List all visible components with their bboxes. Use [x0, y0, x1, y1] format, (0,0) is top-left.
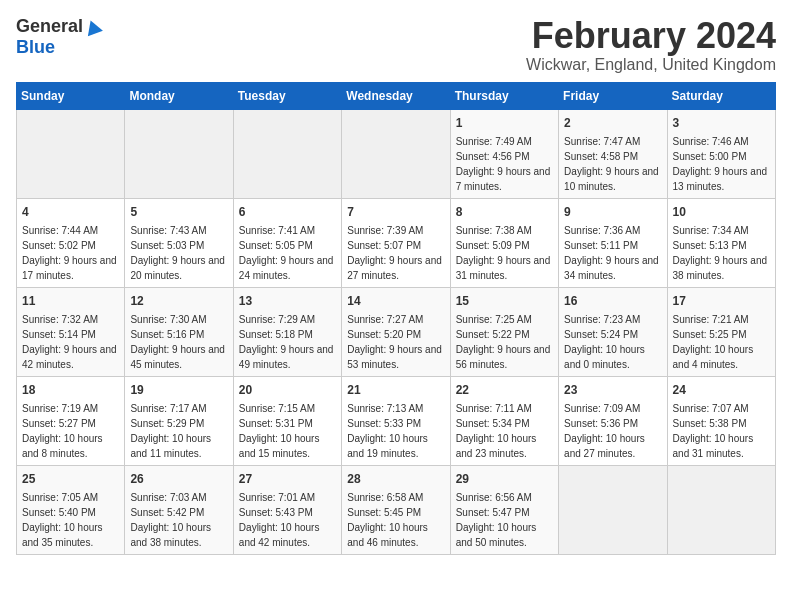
column-header-tuesday: Tuesday: [233, 82, 341, 109]
calendar-cell: 8Sunrise: 7:38 AMSunset: 5:09 PMDaylight…: [450, 198, 558, 287]
column-header-wednesday: Wednesday: [342, 82, 450, 109]
day-info: Sunrise: 7:34 AMSunset: 5:13 PMDaylight:…: [673, 223, 770, 283]
day-number: 18: [22, 381, 119, 399]
day-info: Sunrise: 7:30 AMSunset: 5:16 PMDaylight:…: [130, 312, 227, 372]
day-info: Sunrise: 7:32 AMSunset: 5:14 PMDaylight:…: [22, 312, 119, 372]
calendar-cell: 4Sunrise: 7:44 AMSunset: 5:02 PMDaylight…: [17, 198, 125, 287]
day-number: 4: [22, 203, 119, 221]
day-info: Sunrise: 7:46 AMSunset: 5:00 PMDaylight:…: [673, 134, 770, 194]
day-number: 12: [130, 292, 227, 310]
column-header-thursday: Thursday: [450, 82, 558, 109]
day-info: Sunrise: 7:44 AMSunset: 5:02 PMDaylight:…: [22, 223, 119, 283]
calendar-cell: 1Sunrise: 7:49 AMSunset: 4:56 PMDaylight…: [450, 109, 558, 198]
week-row-5: 25Sunrise: 7:05 AMSunset: 5:40 PMDayligh…: [17, 465, 776, 554]
day-number: 28: [347, 470, 444, 488]
column-header-monday: Monday: [125, 82, 233, 109]
day-info: Sunrise: 6:56 AMSunset: 5:47 PMDaylight:…: [456, 490, 553, 550]
calendar-cell: 29Sunrise: 6:56 AMSunset: 5:47 PMDayligh…: [450, 465, 558, 554]
week-row-4: 18Sunrise: 7:19 AMSunset: 5:27 PMDayligh…: [17, 376, 776, 465]
day-info: Sunrise: 7:39 AMSunset: 5:07 PMDaylight:…: [347, 223, 444, 283]
logo-general-text: General: [16, 16, 83, 37]
calendar-cell: 18Sunrise: 7:19 AMSunset: 5:27 PMDayligh…: [17, 376, 125, 465]
calendar-cell: 11Sunrise: 7:32 AMSunset: 5:14 PMDayligh…: [17, 287, 125, 376]
calendar-cell: 7Sunrise: 7:39 AMSunset: 5:07 PMDaylight…: [342, 198, 450, 287]
day-number: 24: [673, 381, 770, 399]
day-number: 6: [239, 203, 336, 221]
day-number: 16: [564, 292, 661, 310]
day-info: Sunrise: 7:38 AMSunset: 5:09 PMDaylight:…: [456, 223, 553, 283]
logo: General Blue: [16, 16, 101, 58]
day-info: Sunrise: 7:17 AMSunset: 5:29 PMDaylight:…: [130, 401, 227, 461]
calendar-cell: 14Sunrise: 7:27 AMSunset: 5:20 PMDayligh…: [342, 287, 450, 376]
day-info: Sunrise: 7:15 AMSunset: 5:31 PMDaylight:…: [239, 401, 336, 461]
day-number: 21: [347, 381, 444, 399]
day-info: Sunrise: 7:49 AMSunset: 4:56 PMDaylight:…: [456, 134, 553, 194]
calendar-cell: [233, 109, 341, 198]
calendar-cell: 19Sunrise: 7:17 AMSunset: 5:29 PMDayligh…: [125, 376, 233, 465]
calendar-cell: 17Sunrise: 7:21 AMSunset: 5:25 PMDayligh…: [667, 287, 775, 376]
day-number: 3: [673, 114, 770, 132]
day-number: 1: [456, 114, 553, 132]
header: General Blue February 2024 Wickwar, Engl…: [16, 16, 776, 74]
day-number: 19: [130, 381, 227, 399]
day-info: Sunrise: 7:09 AMSunset: 5:36 PMDaylight:…: [564, 401, 661, 461]
day-info: Sunrise: 7:36 AMSunset: 5:11 PMDaylight:…: [564, 223, 661, 283]
calendar-cell: 2Sunrise: 7:47 AMSunset: 4:58 PMDaylight…: [559, 109, 667, 198]
calendar-cell: 16Sunrise: 7:23 AMSunset: 5:24 PMDayligh…: [559, 287, 667, 376]
calendar-cell: 15Sunrise: 7:25 AMSunset: 5:22 PMDayligh…: [450, 287, 558, 376]
day-info: Sunrise: 7:43 AMSunset: 5:03 PMDaylight:…: [130, 223, 227, 283]
day-number: 27: [239, 470, 336, 488]
day-number: 20: [239, 381, 336, 399]
month-title: February 2024: [526, 16, 776, 56]
day-info: Sunrise: 7:07 AMSunset: 5:38 PMDaylight:…: [673, 401, 770, 461]
calendar-cell: 13Sunrise: 7:29 AMSunset: 5:18 PMDayligh…: [233, 287, 341, 376]
calendar-cell: 23Sunrise: 7:09 AMSunset: 5:36 PMDayligh…: [559, 376, 667, 465]
calendar-cell: [559, 465, 667, 554]
calendar-cell: 21Sunrise: 7:13 AMSunset: 5:33 PMDayligh…: [342, 376, 450, 465]
day-info: Sunrise: 7:41 AMSunset: 5:05 PMDaylight:…: [239, 223, 336, 283]
day-number: 5: [130, 203, 227, 221]
logo-icon: [83, 17, 103, 36]
calendar-cell: 25Sunrise: 7:05 AMSunset: 5:40 PMDayligh…: [17, 465, 125, 554]
day-info: Sunrise: 7:23 AMSunset: 5:24 PMDaylight:…: [564, 312, 661, 372]
day-number: 9: [564, 203, 661, 221]
week-row-2: 4Sunrise: 7:44 AMSunset: 5:02 PMDaylight…: [17, 198, 776, 287]
day-info: Sunrise: 7:47 AMSunset: 4:58 PMDaylight:…: [564, 134, 661, 194]
day-info: Sunrise: 7:01 AMSunset: 5:43 PMDaylight:…: [239, 490, 336, 550]
logo-blue-text: Blue: [16, 37, 55, 58]
day-info: Sunrise: 7:27 AMSunset: 5:20 PMDaylight:…: [347, 312, 444, 372]
calendar-cell: 28Sunrise: 6:58 AMSunset: 5:45 PMDayligh…: [342, 465, 450, 554]
day-number: 23: [564, 381, 661, 399]
calendar-cell: 20Sunrise: 7:15 AMSunset: 5:31 PMDayligh…: [233, 376, 341, 465]
day-info: Sunrise: 7:05 AMSunset: 5:40 PMDaylight:…: [22, 490, 119, 550]
calendar-cell: 27Sunrise: 7:01 AMSunset: 5:43 PMDayligh…: [233, 465, 341, 554]
column-header-sunday: Sunday: [17, 82, 125, 109]
day-number: 22: [456, 381, 553, 399]
day-number: 25: [22, 470, 119, 488]
calendar-cell: [125, 109, 233, 198]
day-number: 29: [456, 470, 553, 488]
calendar-cell: [17, 109, 125, 198]
location-title: Wickwar, England, United Kingdom: [526, 56, 776, 74]
day-number: 10: [673, 203, 770, 221]
calendar-cell: 3Sunrise: 7:46 AMSunset: 5:00 PMDaylight…: [667, 109, 775, 198]
day-info: Sunrise: 7:29 AMSunset: 5:18 PMDaylight:…: [239, 312, 336, 372]
week-row-3: 11Sunrise: 7:32 AMSunset: 5:14 PMDayligh…: [17, 287, 776, 376]
day-info: Sunrise: 7:25 AMSunset: 5:22 PMDaylight:…: [456, 312, 553, 372]
column-header-friday: Friday: [559, 82, 667, 109]
calendar-table: SundayMondayTuesdayWednesdayThursdayFrid…: [16, 82, 776, 555]
calendar-cell: [342, 109, 450, 198]
day-info: Sunrise: 6:58 AMSunset: 5:45 PMDaylight:…: [347, 490, 444, 550]
day-number: 14: [347, 292, 444, 310]
calendar-cell: 5Sunrise: 7:43 AMSunset: 5:03 PMDaylight…: [125, 198, 233, 287]
day-info: Sunrise: 7:21 AMSunset: 5:25 PMDaylight:…: [673, 312, 770, 372]
day-info: Sunrise: 7:03 AMSunset: 5:42 PMDaylight:…: [130, 490, 227, 550]
calendar-cell: 24Sunrise: 7:07 AMSunset: 5:38 PMDayligh…: [667, 376, 775, 465]
calendar-cell: 22Sunrise: 7:11 AMSunset: 5:34 PMDayligh…: [450, 376, 558, 465]
day-number: 17: [673, 292, 770, 310]
day-number: 11: [22, 292, 119, 310]
header-row: SundayMondayTuesdayWednesdayThursdayFrid…: [17, 82, 776, 109]
calendar-cell: 26Sunrise: 7:03 AMSunset: 5:42 PMDayligh…: [125, 465, 233, 554]
day-number: 15: [456, 292, 553, 310]
calendar-cell: 9Sunrise: 7:36 AMSunset: 5:11 PMDaylight…: [559, 198, 667, 287]
